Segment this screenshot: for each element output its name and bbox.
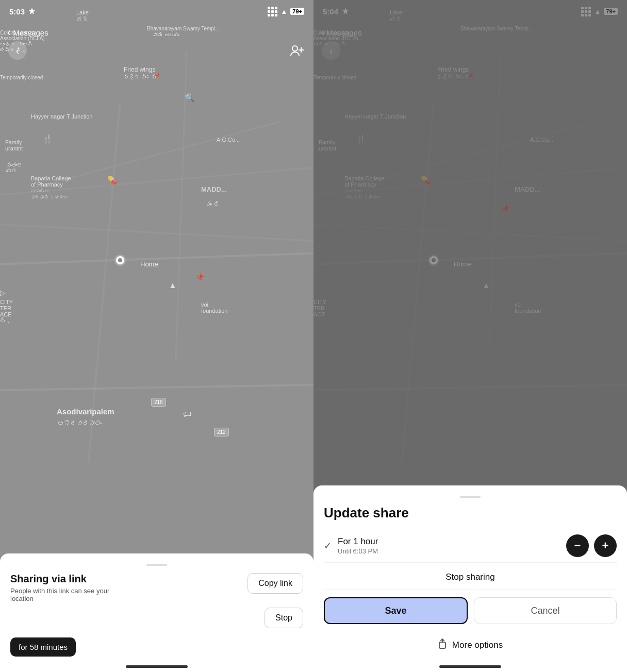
- tooltip-badge: for 58 minutes: [10, 637, 76, 657]
- home-dot: [114, 255, 126, 266]
- messages-label-left: Messages: [13, 28, 48, 37]
- nav-back-left[interactable]: ‹ Messages: [7, 26, 48, 39]
- checkmark-icon: ✓: [324, 540, 332, 551]
- save-button[interactable]: Save: [324, 597, 468, 624]
- more-options-row[interactable]: More options: [324, 633, 617, 657]
- more-options-label: More options: [452, 640, 503, 650]
- stepper-plus-button[interactable]: +: [594, 534, 617, 557]
- time-left: 5:03: [9, 7, 25, 16]
- home-indicator-right: [439, 665, 501, 668]
- right-phone-panel: Lake లేక్ Bhavanarayam Swamy Templ... Co…: [314, 0, 627, 672]
- svg-rect-3: [439, 642, 446, 648]
- sheet-handle-right: [460, 496, 481, 498]
- option-row-inner: ✓ For 1 hour Until 6:03 PM: [324, 536, 378, 555]
- sharing-sub: People with this link can see your locat…: [10, 587, 124, 602]
- cancel-button[interactable]: Cancel: [474, 597, 617, 624]
- status-right-left: ▲ 79+: [268, 7, 304, 16]
- status-bar-left: 5:03 ▲ 79+: [0, 0, 314, 23]
- copy-link-button[interactable]: Copy link: [248, 573, 303, 594]
- update-share-title: Update share: [324, 505, 617, 521]
- svg-point-0: [292, 46, 298, 51]
- option-title: For 1 hour: [338, 536, 378, 547]
- sharing-text-block: Sharing via link People with this link c…: [10, 573, 124, 602]
- bottom-sheet-right: Update share ✓ For 1 hour Until 6:03 PM …: [314, 485, 627, 672]
- bottom-sheet-left: Sharing via link People with this link c…: [0, 553, 314, 672]
- option-row-1hour: ✓ For 1 hour Until 6:03 PM − +: [324, 529, 617, 563]
- back-chevron-left: ‹: [7, 26, 11, 39]
- place-pin-8: ▷: [0, 289, 6, 297]
- home-indicator-left: [126, 665, 188, 668]
- action-row: Save Cancel: [324, 597, 617, 624]
- battery-left: 79+: [290, 8, 304, 15]
- stepper-minus-button[interactable]: −: [566, 534, 589, 557]
- home-marker: [114, 255, 126, 266]
- sharing-title: Sharing via link: [10, 573, 124, 585]
- place-pin-7: 🏷: [183, 410, 191, 419]
- add-person-icon[interactable]: [290, 44, 304, 60]
- place-pin-6: ▲: [169, 281, 177, 290]
- stop-sharing-button[interactable]: Stop sharing: [324, 565, 617, 590]
- stepper-row: − +: [566, 534, 617, 557]
- status-left-left: 5:03: [9, 7, 35, 16]
- road-badge-212: 212: [214, 428, 229, 436]
- option-subtitle: Until 6:03 PM: [338, 547, 378, 555]
- sharing-row: Sharing via link People with this link c…: [10, 573, 303, 602]
- option-text-block: For 1 hour Until 6:03 PM: [338, 536, 378, 555]
- wifi-left: ▲: [280, 8, 287, 15]
- share-icon: [438, 639, 447, 651]
- place-pin-1: 📍: [152, 72, 162, 82]
- place-pin-4: 💊: [107, 175, 118, 185]
- left-phone-panel: Lake లేక్ Bhavanarayam Swamy Templ... సా…: [0, 0, 314, 672]
- map-back-left[interactable]: ‹: [8, 41, 27, 60]
- place-pin-2: 🔍: [185, 93, 195, 103]
- grid-icon-left: [268, 7, 277, 16]
- nav-bar-left: ‹ Messages: [0, 23, 314, 42]
- tooltip-text: for 58 minutes: [19, 643, 68, 651]
- stop-button-left[interactable]: Stop: [265, 608, 303, 628]
- sheet-handle-left: [146, 564, 167, 566]
- place-pin-3: 🍴: [42, 134, 53, 144]
- location-icon-left: [29, 8, 35, 15]
- road-badge-216: 216: [151, 398, 166, 407]
- place-pin-5: 📌: [195, 272, 205, 282]
